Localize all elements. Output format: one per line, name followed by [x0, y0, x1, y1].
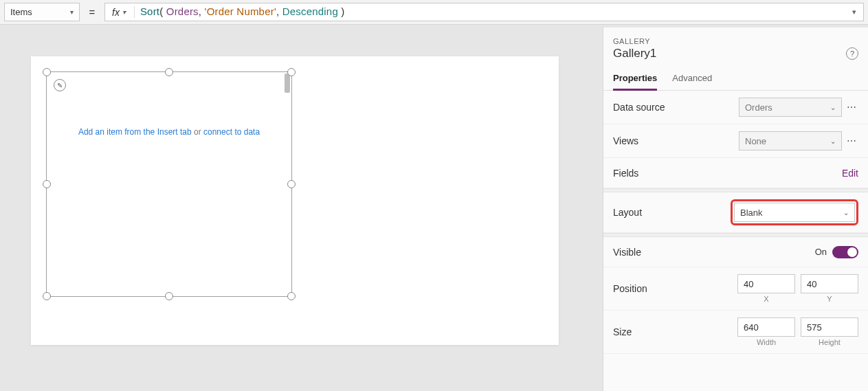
control-name[interactable]: Gallery1 — [613, 47, 656, 60]
hint-insert-link[interactable]: Add an item from the Insert tab — [78, 127, 192, 137]
gallery-hint: Add an item from the Insert tab or conne… — [47, 127, 291, 137]
layout-highlight: Blank ⌄ — [731, 199, 858, 225]
resize-handle-s[interactable] — [165, 292, 173, 300]
row-size: Size 640 Width 575 Height — [603, 311, 868, 354]
chevron-down-icon: ⌄ — [843, 209, 849, 216]
position-x-input[interactable]: 40 — [737, 274, 795, 293]
resize-handle-ne[interactable] — [287, 68, 296, 76]
control-type-heading: GALLERY — [603, 37, 868, 45]
resize-handle-n[interactable] — [165, 68, 173, 76]
tab-advanced[interactable]: Advanced — [672, 67, 712, 90]
resize-handle-w[interactable] — [43, 180, 51, 188]
gallery-control-selected[interactable]: ✎ Add an item from the Insert tab or con… — [46, 71, 292, 297]
label-position: Position — [613, 283, 647, 294]
label-fields: Fields — [613, 168, 638, 179]
property-selector[interactable]: Items ▾ — [4, 3, 80, 21]
position-x-sublabel: X — [764, 295, 768, 303]
canvas-area: ✎ Add an item from the Insert tab or con… — [0, 27, 603, 391]
hint-connect-link[interactable]: connect to data — [203, 127, 260, 137]
fx-button[interactable]: fx ▾ — [109, 7, 129, 18]
row-position: Position 40 X 40 Y — [603, 267, 868, 311]
expand-formula-icon[interactable]: ▾ — [849, 8, 859, 16]
tab-properties[interactable]: Properties — [613, 67, 657, 90]
visible-state: On — [815, 247, 827, 257]
resize-handle-nw[interactable] — [43, 68, 51, 76]
visible-toggle[interactable] — [832, 246, 858, 258]
property-selector-label: Items — [10, 7, 32, 17]
pane-tabs: Properties Advanced — [603, 67, 868, 91]
chevron-down-icon: ⌄ — [830, 104, 836, 111]
size-height-sublabel: Height — [819, 338, 841, 346]
formula-bar-row: Items ▾ = fx ▾ Sort( Orders, 'Order Numb… — [0, 0, 868, 25]
views-select[interactable]: None ⌄ — [739, 131, 842, 150]
label-size: Size — [613, 326, 632, 337]
size-width-input[interactable]: 640 — [737, 317, 795, 337]
row-views: Views None ⌄ ⋯ — [603, 124, 868, 158]
row-layout: Layout Blank ⌄ — [603, 192, 868, 233]
hint-or: or — [194, 127, 201, 137]
data-source-value: Orders — [745, 102, 772, 113]
row-fields: Fields Edit — [603, 158, 868, 188]
help-icon[interactable]: ? — [846, 47, 858, 60]
row-visible: Visible On — [603, 237, 868, 267]
edit-template-icon[interactable]: ✎ — [54, 79, 66, 91]
size-height-input[interactable]: 575 — [801, 317, 858, 337]
formula-input[interactable]: Sort( Orders, 'Order Number', Descending… — [140, 5, 345, 19]
scrollbar-thumb[interactable] — [285, 74, 290, 93]
size-width-sublabel: Width — [757, 338, 776, 346]
label-data-source: Data source — [613, 102, 665, 113]
label-layout: Layout — [613, 207, 642, 218]
app-screen[interactable]: ✎ Add an item from the Insert tab or con… — [31, 56, 559, 345]
views-value: None — [745, 136, 766, 146]
layout-value: Blank — [740, 208, 763, 218]
fx-label: fx — [112, 7, 120, 18]
resize-handle-sw[interactable] — [43, 292, 51, 300]
label-visible: Visible — [613, 247, 641, 258]
resize-handle-e[interactable] — [287, 180, 296, 188]
data-source-more-icon[interactable]: ⋯ — [845, 102, 858, 113]
layout-select[interactable]: Blank ⌄ — [734, 203, 855, 222]
equals-sign: = — [85, 3, 99, 21]
label-views: Views — [613, 135, 638, 146]
fields-edit-link[interactable]: Edit — [842, 168, 858, 179]
chevron-down-icon: ▾ — [70, 8, 74, 16]
views-more-icon[interactable]: ⋯ — [845, 135, 858, 146]
divider — [134, 6, 135, 18]
resize-handle-se[interactable] — [287, 292, 296, 300]
properties-pane: GALLERY Gallery1 ? Properties Advanced D… — [603, 27, 868, 391]
data-source-select[interactable]: Orders ⌄ — [739, 98, 842, 117]
position-y-input[interactable]: 40 — [801, 274, 858, 293]
position-y-sublabel: Y — [827, 295, 832, 303]
row-data-source: Data source Orders ⌄ ⋯ — [603, 91, 868, 124]
chevron-down-icon: ⌄ — [830, 137, 836, 145]
chevron-down-icon: ▾ — [122, 8, 126, 16]
formula-bar[interactable]: fx ▾ Sort( Orders, 'Order Number', Desce… — [104, 3, 864, 21]
